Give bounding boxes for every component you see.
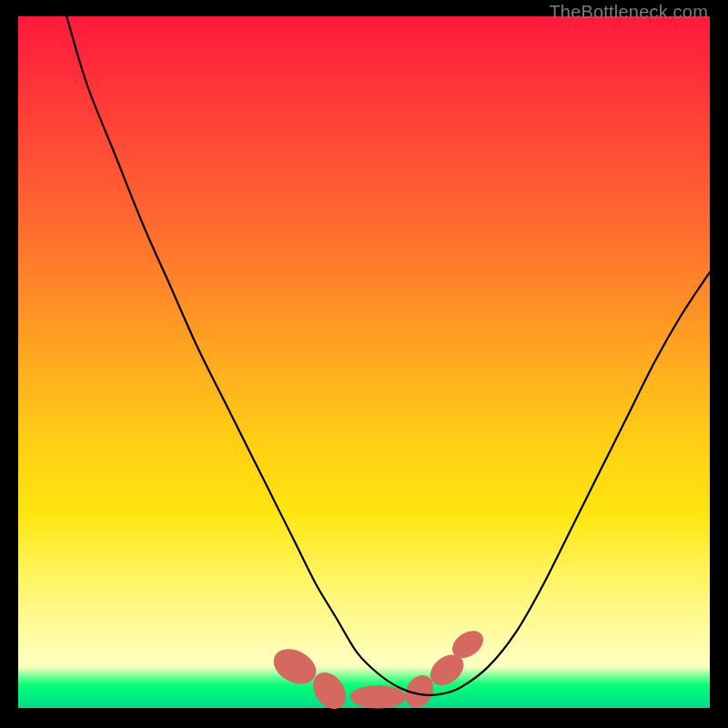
bottleneck-curve xyxy=(66,16,710,695)
seg-bottom xyxy=(350,686,406,708)
watermark-text: TheBottleneck.com xyxy=(549,2,708,23)
chart-frame: TheBottleneck.com xyxy=(0,0,728,728)
curve-segments xyxy=(268,626,488,714)
chart-svg xyxy=(18,16,710,708)
plot-area xyxy=(18,16,710,708)
